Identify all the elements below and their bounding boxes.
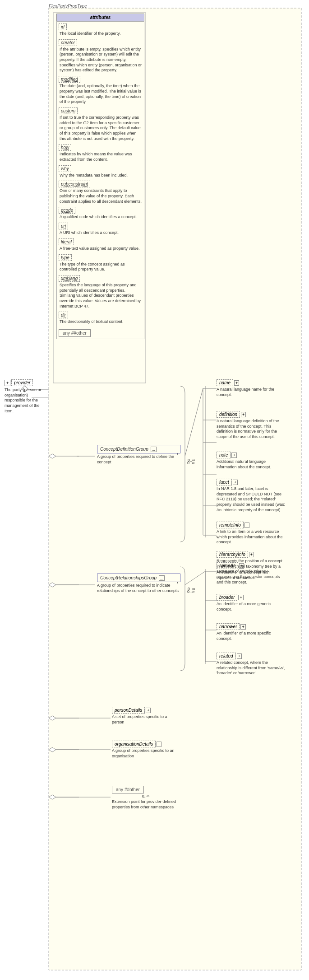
concept-definition-label: ConceptDefinitionGroup xyxy=(100,447,148,452)
attr-literal: literal A free-text value assigned as pr… xyxy=(59,238,142,252)
related-icon[interactable]: + xyxy=(237,653,242,659)
organisationdetails-element: organisationDetails + A group of propert… xyxy=(112,741,180,759)
svg-line-24 xyxy=(185,571,205,585)
provider-desc: The party (person or organisation) respo… xyxy=(5,387,45,414)
any-other-desc: Extension point for provider-defined pro… xyxy=(112,799,180,810)
svg-marker-33 xyxy=(49,716,56,720)
facet-element: facet + In NAR 1.8 and later, facet is d… xyxy=(217,479,286,513)
persondetails-desc: A set of properties specific to a person xyxy=(112,714,175,725)
note-desc: Additional natural language information … xyxy=(217,459,275,470)
provider-section: + provider The party (person or organisa… xyxy=(5,379,45,414)
name-desc: A natural language name for the concept. xyxy=(217,387,275,397)
concept-relationships-group[interactable]: ConceptRelationshipsGroup ... A group of… xyxy=(97,574,180,594)
attr-custom: custom If set to true the corresponding … xyxy=(59,107,142,141)
svg-marker-36 xyxy=(49,747,56,752)
broader-desc: An identifier of a more generic concept. xyxy=(217,602,280,612)
concept-definition-icon[interactable]: ... xyxy=(151,447,157,452)
diagram-title: FlexPartyPropType xyxy=(49,4,87,9)
sameas-icon[interactable]: + xyxy=(239,563,244,569)
svg-marker-22 xyxy=(49,583,56,587)
concept-relationships-desc: A group of properties required to indica… xyxy=(97,582,180,594)
crg-multiplicity: 0..∞ xyxy=(187,589,194,594)
note-icon[interactable]: + xyxy=(231,453,236,458)
persondetails-element: personDetails + A set of properties spec… xyxy=(112,707,175,725)
attr-why: why Why the metadata has been included. xyxy=(59,165,142,178)
organisationdetails-desc: A group of properties specific to an org… xyxy=(112,748,180,759)
hierarchyinfo-icon[interactable]: + xyxy=(249,552,254,557)
definition-icon[interactable]: + xyxy=(241,412,246,417)
attr-uri: uri A URI which identifies a concept. xyxy=(59,223,142,236)
definition-desc: A natural language definition of the sem… xyxy=(217,419,284,440)
name-icon[interactable]: + xyxy=(234,380,239,386)
concept-definition-group[interactable]: ConceptDefinitionGroup ... A group of pr… xyxy=(97,445,180,466)
attr-dir: dir The directionality of textual conten… xyxy=(59,312,142,325)
attr-pubconstraint: pubconstraint One or many constraints th… xyxy=(59,181,142,204)
facet-icon[interactable]: + xyxy=(233,480,238,485)
definition-element: definition + A natural language definiti… xyxy=(217,411,284,440)
related-desc: A related concept, where the relationshi… xyxy=(217,660,286,676)
attr-any-other: any ##other xyxy=(59,327,142,337)
facet-desc: In NAR 1.8 and later, facet is deprecate… xyxy=(217,486,286,513)
attr-type: type The type of the concept assigned as… xyxy=(59,254,142,272)
attr-xmllang: xml:lang Specifies the language of this … xyxy=(59,275,142,309)
attributes-section: attributes id The local identifier of th… xyxy=(56,14,144,339)
sameas-element: sameAs + An identifier of a concept with… xyxy=(217,562,280,580)
persondetails-icon[interactable]: + xyxy=(146,708,151,713)
svg-marker-7 xyxy=(49,454,56,458)
narrower-element: narrower + An identifier of a more speci… xyxy=(217,623,280,641)
attr-qcode: qcode A qualified code which identifies … xyxy=(59,207,142,220)
broader-element: broader + An identifier of a more generi… xyxy=(217,594,280,612)
narrower-icon[interactable]: + xyxy=(240,624,245,630)
concept-relationships-icon[interactable]: ... xyxy=(159,575,165,581)
narrower-desc: An identifier of a more specific concept… xyxy=(217,631,280,641)
broader-icon[interactable]: + xyxy=(238,595,243,600)
diagram-container: FlexPartyPropType xyxy=(0,0,309,980)
provider-connector-icon: + xyxy=(5,380,10,386)
attr-how: how Indicates by which means the value w… xyxy=(59,144,142,162)
provider-label: provider xyxy=(11,379,33,386)
remoteinfo-element: remoteInfo + A link to an Item or a web … xyxy=(217,522,284,545)
attr-id: id The local identifier of the property. xyxy=(59,23,142,37)
any-other-bottom: any ##other 0..∞ Extension point for pro… xyxy=(112,786,180,810)
remoteinfo-desc: A link to an Item or a web resource whic… xyxy=(217,529,284,545)
attr-modified: modified The date (and, optionally, the … xyxy=(59,76,142,105)
related-element: related + A related concept, where the r… xyxy=(217,653,286,676)
attributes-title: attributes xyxy=(56,14,144,21)
concept-relationships-label: ConceptRelationshipsGroup xyxy=(100,575,157,580)
svg-marker-39 xyxy=(49,795,56,799)
remoteinfo-icon[interactable]: + xyxy=(244,523,249,528)
attr-creator: creator If the attribute is empty, speci… xyxy=(59,39,142,73)
cdg-multiplicity: 0..∞ xyxy=(187,461,194,465)
sameas-desc: An identifier of a concept with equivale… xyxy=(217,570,280,580)
name-element: name + A natural language name for the c… xyxy=(217,379,275,397)
organisationdetails-icon[interactable]: + xyxy=(157,742,161,747)
concept-definition-desc: A group of properties required to define… xyxy=(97,453,180,466)
note-element: note + Additional natural language infor… xyxy=(217,452,275,470)
svg-line-9 xyxy=(185,388,203,456)
